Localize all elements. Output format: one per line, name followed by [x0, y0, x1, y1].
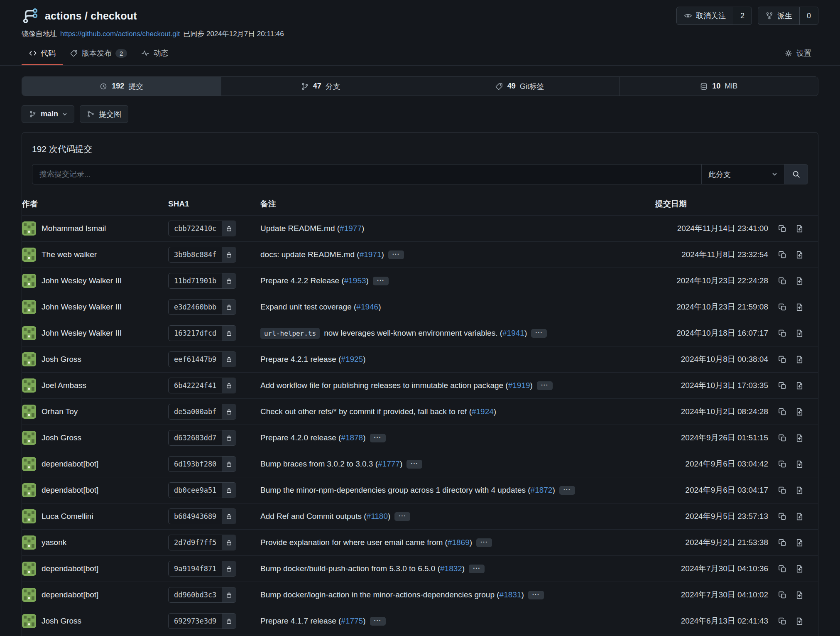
copy-sha-icon[interactable]	[778, 408, 787, 416]
commit-issue-link[interactable]: #1941	[502, 329, 524, 337]
forks-count[interactable]: 0	[799, 7, 818, 25]
copy-sha-icon[interactable]	[778, 434, 787, 442]
commit-author-name[interactable]: Luca Comellini	[42, 512, 93, 521]
commit-graph-button[interactable]: 提交图	[80, 105, 128, 123]
copy-sha-icon[interactable]	[778, 303, 787, 312]
commit-sha-button[interactable]: 3b9b8c884f	[168, 247, 236, 263]
avatar[interactable]	[22, 483, 36, 497]
commit-sha-button[interactable]: 6d193bf280	[168, 456, 236, 472]
watchers-count[interactable]: 2	[733, 7, 752, 25]
avatar[interactable]	[22, 535, 36, 550]
browse-source-icon[interactable]	[795, 434, 804, 442]
browse-source-icon[interactable]	[795, 303, 804, 312]
commit-issue-link[interactable]: #1832	[440, 564, 462, 573]
branch-selector[interactable]: main	[22, 105, 74, 123]
browse-source-icon[interactable]	[795, 329, 804, 338]
commit-sha-button[interactable]: 692973e3d9	[168, 613, 236, 629]
avatar[interactable]	[22, 378, 36, 393]
avatar[interactable]	[22, 221, 36, 236]
copy-sha-icon[interactable]	[778, 355, 787, 364]
commit-issue-link[interactable]: #1919	[508, 381, 530, 390]
browse-source-icon[interactable]	[795, 381, 804, 390]
commit-issue-link[interactable]: #1831	[500, 590, 522, 599]
avatar[interactable]	[22, 431, 36, 445]
commit-sha-button[interactable]: cbb722410c	[168, 221, 236, 236]
commit-more-button[interactable]: ···	[373, 277, 389, 285]
commit-author-name[interactable]: Joel Ambass	[42, 381, 86, 390]
commit-author-name[interactable]: Josh Gross	[42, 616, 81, 626]
commit-more-button[interactable]: ···	[531, 329, 547, 338]
commit-author-name[interactable]: Josh Gross	[42, 433, 81, 442]
commit-author-name[interactable]: dependabot[bot]	[42, 459, 98, 469]
copy-sha-icon[interactable]	[778, 512, 787, 521]
copy-sha-icon[interactable]	[778, 591, 787, 599]
avatar[interactable]	[22, 614, 36, 628]
browse-source-icon[interactable]	[795, 512, 804, 521]
unwatch-button[interactable]: 取消关注 2	[676, 7, 752, 25]
commit-issue-link[interactable]: #1953	[344, 276, 366, 285]
commit-issue-link[interactable]: #1180	[367, 512, 388, 521]
commit-author-name[interactable]: dependabot[bot]	[42, 486, 98, 495]
commit-author-name[interactable]: Josh Gross	[42, 355, 81, 364]
copy-sha-icon[interactable]	[778, 486, 787, 495]
commit-sha-button[interactable]: 9a9194f871	[168, 561, 236, 577]
stat-branches[interactable]: 47 分支	[221, 77, 420, 96]
commit-more-button[interactable]: ···	[407, 460, 422, 469]
commit-issue-link[interactable]: #1977	[340, 224, 362, 233]
browse-source-icon[interactable]	[795, 408, 804, 416]
avatar[interactable]	[22, 562, 36, 576]
commit-more-button[interactable]: ···	[537, 381, 553, 390]
commit-issue-link[interactable]: #1872	[531, 486, 553, 494]
tab-settings[interactable]: 设置	[777, 42, 818, 65]
commit-sha-button[interactable]: 6b42224f41	[168, 378, 236, 393]
commit-more-button[interactable]: ···	[476, 538, 492, 547]
commit-more-button[interactable]: ···	[559, 486, 575, 495]
browse-source-icon[interactable]	[795, 591, 804, 599]
commit-sha-button[interactable]: e3d2460bbb	[168, 299, 236, 315]
commit-author-name[interactable]: dependabot[bot]	[42, 564, 98, 573]
commit-author-name[interactable]: yasonk	[42, 538, 66, 547]
commit-issue-link[interactable]: #1777	[378, 459, 400, 468]
avatar[interactable]	[22, 274, 36, 288]
search-button[interactable]	[784, 164, 808, 184]
commit-sha-button[interactable]: dd960bd3c3	[168, 587, 236, 603]
avatar[interactable]	[22, 457, 36, 471]
browse-source-icon[interactable]	[795, 224, 804, 233]
commit-issue-link[interactable]: #1878	[341, 433, 363, 442]
commit-issue-link[interactable]: #1775	[341, 616, 363, 625]
browse-source-icon[interactable]	[795, 617, 804, 626]
commit-more-button[interactable]: ···	[370, 434, 386, 442]
copy-sha-icon[interactable]	[778, 381, 787, 390]
commit-issue-link[interactable]: #1971	[360, 250, 382, 259]
commit-issue-link[interactable]: #1869	[448, 538, 470, 547]
commit-issue-link[interactable]: #1925	[341, 355, 363, 363]
copy-sha-icon[interactable]	[778, 224, 787, 233]
mirror-url-link[interactable]: https://github.com/actions/checkout.git	[60, 30, 180, 38]
copy-sha-icon[interactable]	[778, 617, 787, 626]
copy-sha-icon[interactable]	[778, 538, 787, 547]
avatar[interactable]	[22, 352, 36, 366]
tab-code[interactable]: 代码	[22, 42, 63, 65]
commit-author-name[interactable]: Orhan Toy	[42, 407, 78, 416]
browse-source-icon[interactable]	[795, 250, 804, 259]
tab-releases[interactable]: 版本发布 2	[63, 42, 134, 65]
commit-sha-button[interactable]: db0cee9a51	[168, 482, 236, 498]
commit-issue-link[interactable]: #1946	[356, 302, 378, 311]
avatar[interactable]	[22, 248, 36, 262]
copy-sha-icon[interactable]	[778, 250, 787, 259]
commit-author-name[interactable]: John Wesley Walker III	[42, 302, 122, 312]
commit-sha-button[interactable]: 2d7d9f7ff5	[168, 535, 236, 550]
commit-author-name[interactable]: John Wesley Walker III	[42, 329, 122, 338]
avatar[interactable]	[22, 509, 36, 523]
browse-source-icon[interactable]	[795, 565, 804, 573]
browse-source-icon[interactable]	[795, 486, 804, 495]
avatar[interactable]	[22, 405, 36, 419]
fork-button[interactable]: 派生 0	[758, 7, 818, 25]
commit-author-name[interactable]: dependabot[bot]	[42, 590, 98, 599]
browse-source-icon[interactable]	[795, 277, 804, 285]
tab-activity[interactable]: 动态	[134, 42, 175, 65]
avatar[interactable]	[22, 326, 36, 340]
commit-sha-button[interactable]: b684943689	[168, 508, 236, 524]
commit-sha-button[interactable]: 163217dfcd	[168, 325, 236, 341]
commit-issue-link[interactable]: #1924	[472, 407, 494, 416]
